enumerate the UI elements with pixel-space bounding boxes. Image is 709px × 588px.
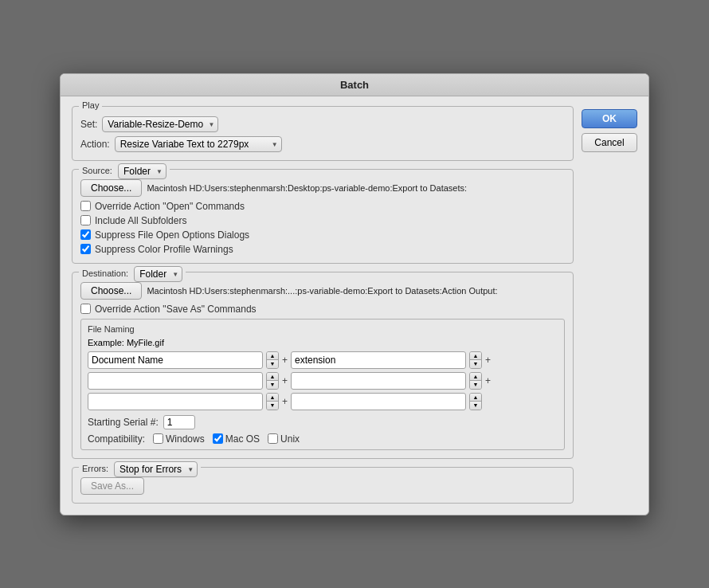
stepper-1b[interactable]: ▲ ▼ <box>469 351 482 369</box>
naming-row-3: ▲ ▼ + ▲ ▼ <box>88 393 558 410</box>
plus-2: + <box>485 355 491 366</box>
source-choose-button[interactable]: Choose... <box>80 179 142 197</box>
include-subfolders-row: Include All Subfolders <box>80 215 565 226</box>
source-path: Macintosh HD:Users:stephenmarsh:Desktop:… <box>147 183 467 193</box>
override-save-label: Override Action "Save As" Commands <box>95 304 257 315</box>
dest-choose-button[interactable]: Choose... <box>80 282 142 300</box>
destination-legend: Destination: Folder <box>79 266 186 282</box>
stepper-1b-up[interactable]: ▲ <box>470 352 481 361</box>
stepper-1b-down[interactable]: ▼ <box>470 360 481 368</box>
override-open-checkbox[interactable] <box>80 201 91 211</box>
dest-select[interactable]: Folder <box>134 266 182 282</box>
compat-macos-label: Mac OS <box>225 433 260 445</box>
suppress-file-open-row: Suppress File Open Options Dialogs <box>80 229 565 241</box>
stepper-2a-up[interactable]: ▲ <box>267 373 278 382</box>
naming-field-2b[interactable] <box>291 372 466 390</box>
batch-dialog: Batch Play Set: Variable-Resize-Demo Act… <box>60 73 649 515</box>
suppress-file-open-checkbox[interactable] <box>80 229 91 240</box>
stepper-3a[interactable]: ▲ ▼ <box>266 393 279 410</box>
errors-section: Errors: Stop for Errors Save As... <box>72 467 574 504</box>
dest-type-wrapper[interactable]: Folder <box>134 266 182 282</box>
stepper-3a-down[interactable]: ▼ <box>267 402 278 410</box>
set-select-wrapper[interactable]: Variable-Resize-Demo <box>102 116 218 132</box>
side-buttons: OK Cancel <box>582 106 637 504</box>
override-save-checkbox[interactable] <box>80 304 91 314</box>
example-label: Example: MyFile.gif <box>88 338 164 347</box>
set-select[interactable]: Variable-Resize-Demo <box>102 116 218 132</box>
source-legend: Source: Folder <box>79 163 170 179</box>
compat-windows-item: Windows <box>153 433 205 445</box>
cancel-button[interactable]: Cancel <box>582 133 637 152</box>
stepper-3b[interactable]: ▲ ▼ <box>469 393 482 410</box>
naming-row-2: ▲ ▼ + ▲ ▼ + <box>88 372 558 390</box>
stepper-2a-down[interactable]: ▼ <box>267 381 278 389</box>
ok-button[interactable]: OK <box>582 109 637 128</box>
suppress-file-open-label: Suppress File Open Options Dialogs <box>95 229 249 241</box>
plus-1: + <box>282 355 288 366</box>
stepper-2b-up[interactable]: ▲ <box>470 373 481 382</box>
stepper-1a-down[interactable]: ▼ <box>267 360 278 368</box>
file-naming-legend: File Naming <box>88 324 558 334</box>
serial-label: Starting Serial #: <box>88 417 159 428</box>
compat-macos-checkbox[interactable] <box>213 433 223 444</box>
naming-field-2a[interactable] <box>88 372 263 390</box>
play-section: Play Set: Variable-Resize-Demo Action: R… <box>72 106 574 161</box>
dest-path: Macintosh HD:Users:stephenmarsh:...:ps-v… <box>147 286 497 296</box>
override-save-row: Override Action "Save As" Commands <box>80 304 565 315</box>
compat-windows-label: Windows <box>166 433 205 445</box>
suppress-color-row: Suppress Color Profile Warnings <box>80 244 565 255</box>
main-content: Play Set: Variable-Resize-Demo Action: R… <box>72 106 574 504</box>
errors-legend: Errors: Stop for Errors <box>79 461 201 477</box>
dialog-title: Batch <box>61 74 648 96</box>
stepper-2b-down[interactable]: ▼ <box>470 381 481 389</box>
include-subfolders-checkbox[interactable] <box>80 215 91 225</box>
errors-type-wrapper[interactable]: Stop for Errors <box>114 461 198 477</box>
play-legend: Play <box>79 100 102 110</box>
action-select-wrapper[interactable]: Resize Variabe Text to 2279px <box>115 136 282 152</box>
naming-row-1: ▲ ▼ + ▲ ▼ + <box>88 351 558 369</box>
compat-unix-checkbox[interactable] <box>268 433 278 444</box>
stepper-3b-down[interactable]: ▼ <box>470 402 481 410</box>
save-as-button[interactable]: Save As... <box>80 477 144 495</box>
plus-4: + <box>485 375 491 386</box>
errors-select[interactable]: Stop for Errors <box>114 461 198 477</box>
compat-unix-label: Unix <box>280 433 300 445</box>
suppress-color-checkbox[interactable] <box>80 244 91 254</box>
naming-field-3b[interactable] <box>291 393 466 410</box>
stepper-1a[interactable]: ▲ ▼ <box>266 351 279 369</box>
source-type-wrapper[interactable]: Folder <box>118 163 166 179</box>
file-naming-section: File Naming Example: MyFile.gif ▲ ▼ + <box>80 319 565 450</box>
stepper-1a-up[interactable]: ▲ <box>267 352 278 361</box>
stepper-2b[interactable]: ▲ ▼ <box>469 372 482 390</box>
naming-field-3a[interactable] <box>88 393 263 410</box>
plus-3: + <box>282 375 288 386</box>
suppress-color-label: Suppress Color Profile Warnings <box>95 244 233 255</box>
serial-input[interactable] <box>163 415 195 429</box>
compat-windows-checkbox[interactable] <box>153 433 163 444</box>
stepper-3a-up[interactable]: ▲ <box>267 394 278 402</box>
destination-section: Destination: Folder Choose... Macintosh … <box>72 272 574 459</box>
naming-field-1b[interactable] <box>291 351 466 369</box>
action-label: Action: <box>80 139 110 150</box>
plus-5: + <box>282 396 288 407</box>
set-label: Set: <box>80 119 97 130</box>
compat-macos-item: Mac OS <box>213 433 260 445</box>
override-open-row: Override Action "Open" Commands <box>80 201 565 212</box>
naming-field-1a[interactable] <box>88 351 263 369</box>
compat-unix-item: Unix <box>268 433 300 445</box>
stepper-3b-up[interactable]: ▲ <box>470 394 481 402</box>
source-section: Source: Folder Choose... Macintosh HD:Us… <box>72 169 574 264</box>
override-open-label: Override Action "Open" Commands <box>95 201 245 212</box>
source-select[interactable]: Folder <box>118 163 166 179</box>
compat-row: Compatibility: Windows Mac OS Unix <box>88 433 558 445</box>
compat-label: Compatibility: <box>88 433 145 445</box>
action-select[interactable]: Resize Variabe Text to 2279px <box>115 136 282 152</box>
include-subfolders-label: Include All Subfolders <box>95 215 186 226</box>
stepper-2a[interactable]: ▲ ▼ <box>266 372 279 390</box>
